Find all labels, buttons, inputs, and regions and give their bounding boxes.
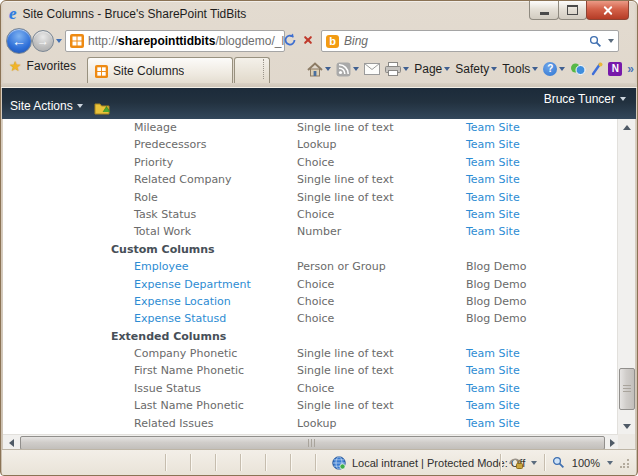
column-source-link[interactable]: Team Site [466, 362, 520, 379]
search-options-dropdown-icon[interactable] [608, 39, 614, 43]
column-source: Blog Demo [466, 276, 527, 293]
column-name: Last Name Phonetic [134, 397, 244, 414]
help-menu[interactable]: ? [543, 62, 565, 76]
tab-site-columns[interactable]: Site Columns [87, 57, 233, 84]
scroll-up-button[interactable] [618, 119, 635, 135]
horizontal-scrollbar[interactable] [3, 434, 620, 450]
new-tab-button[interactable] [234, 57, 270, 84]
scroll-down-button[interactable] [618, 418, 635, 434]
column-type: Lookup [297, 415, 336, 432]
home-icon [307, 62, 323, 77]
column-row: Total WorkNumberTeam Site [3, 223, 620, 240]
maximize-button[interactable] [558, 1, 587, 20]
column-source-link[interactable]: Team Site [466, 119, 520, 136]
column-row: Related CompanySingle line of textTeam S… [3, 171, 620, 188]
column-source-link[interactable]: Team Site [466, 345, 520, 362]
column-row: First Name PhoneticSingle line of textTe… [3, 362, 620, 379]
forward-button[interactable]: → [32, 30, 54, 52]
title-bar[interactable]: e Site Columns - Bruce's SharePoint TidB… [1, 1, 637, 27]
column-source-link[interactable]: Team Site [466, 397, 520, 414]
feeds-dropdown-icon[interactable] [353, 67, 359, 71]
column-type: Single line of text [297, 397, 393, 414]
onenote-addon-button[interactable]: N [608, 62, 622, 76]
navigate-up-button[interactable] [94, 101, 111, 115]
status-separator [500, 454, 501, 471]
column-row: PriorityChoiceTeam Site [3, 154, 620, 171]
column-source-link[interactable]: Team Site [466, 171, 520, 188]
user-menu[interactable]: Bruce Tuncer [544, 92, 626, 106]
page-menu[interactable]: Page [414, 62, 450, 76]
back-button[interactable]: ← [6, 28, 32, 54]
column-name: First Name Phonetic [134, 362, 244, 379]
safety-menu[interactable]: Safety [455, 62, 497, 76]
refresh-button[interactable] [281, 30, 299, 50]
column-source-link[interactable]: Team Site [466, 154, 520, 171]
zoom-level[interactable]: 100% [572, 457, 600, 469]
security-dropdown-icon[interactable] [531, 461, 537, 465]
section-header-row: Extended Columns [3, 328, 620, 345]
column-type: Choice [297, 154, 334, 171]
column-row: Last Name PhoneticSingle line of textTea… [3, 397, 620, 414]
column-name: Related Issues [134, 415, 213, 432]
column-source-link[interactable]: Team Site [466, 415, 520, 432]
intranet-globe-icon [332, 456, 346, 470]
search-icon[interactable] [589, 35, 602, 48]
horizontal-scrollbar-thumb[interactable] [20, 436, 605, 450]
vertical-scrollbar-thumb[interactable] [619, 368, 635, 410]
blog-addon-button[interactable] [591, 62, 603, 76]
column-source-link[interactable]: Team Site [466, 380, 520, 397]
zoom-icon[interactable] [552, 456, 565, 469]
column-type: Choice [297, 206, 334, 223]
favorites-button[interactable]: ★ Favorites [9, 58, 76, 74]
resize-grip-icon[interactable] [620, 458, 630, 468]
column-name-link[interactable]: Expense Statusd [134, 310, 226, 327]
inprivate-filter-icon[interactable] [508, 456, 524, 470]
print-dropdown-icon[interactable] [403, 67, 409, 71]
scroll-left-button[interactable] [3, 435, 19, 450]
thumb-grip-icon [308, 439, 317, 447]
status-separator [215, 454, 216, 471]
column-source: Blog Demo [466, 310, 527, 327]
stop-button[interactable] [300, 30, 316, 50]
scroll-down-icon [623, 424, 631, 429]
status-right-controls: 100% [500, 450, 630, 475]
column-name-link[interactable]: Expense Location [134, 293, 231, 310]
pen-icon [591, 62, 603, 76]
column-source-link[interactable]: Team Site [466, 189, 520, 206]
column-source-link[interactable]: Team Site [466, 206, 520, 223]
bing-logo-icon: b [326, 35, 339, 48]
home-button[interactable] [307, 62, 331, 77]
column-source-link[interactable]: Team Site [466, 223, 520, 240]
home-dropdown-icon[interactable] [325, 67, 331, 71]
column-row: RoleSingle line of textTeam Site [3, 189, 620, 206]
close-button[interactable] [586, 1, 629, 20]
people-icon [570, 62, 586, 76]
scrollbar-corner [618, 434, 635, 449]
search-box[interactable]: b Bing [321, 30, 619, 52]
status-separator [315, 454, 316, 471]
minimize-button[interactable] [529, 1, 559, 20]
column-name: Related Company [134, 171, 232, 188]
column-name-link[interactable]: Expense Department [134, 276, 251, 293]
address-bar[interactable]: http://sharepointtidbits/blogdemo/_layou… [65, 30, 285, 52]
site-actions-label: Site Actions [10, 99, 73, 113]
column-type: Lookup [297, 136, 336, 153]
read-mail-button[interactable] [364, 63, 380, 75]
zoom-dropdown-icon[interactable] [607, 461, 613, 465]
recent-pages-dropdown-icon[interactable] [56, 39, 62, 43]
messenger-addon-button[interactable] [570, 62, 586, 76]
print-button[interactable] [385, 62, 409, 76]
tools-menu[interactable]: Tools [502, 62, 538, 76]
column-name-link[interactable]: Employee [134, 258, 188, 275]
site-actions-menu[interactable]: Site Actions [10, 99, 83, 113]
caption-buttons [530, 1, 629, 20]
overflow-chevron-icon[interactable]: » [627, 62, 634, 76]
column-source: Blog Demo [466, 258, 527, 275]
printer-icon [385, 62, 401, 76]
search-placeholder: Bing [344, 34, 368, 48]
vertical-scrollbar[interactable] [617, 119, 635, 434]
help-icon: ? [543, 62, 557, 76]
column-source-link[interactable]: Team Site [466, 136, 520, 153]
forward-arrow-icon: → [37, 34, 49, 48]
feeds-button[interactable] [336, 62, 359, 77]
